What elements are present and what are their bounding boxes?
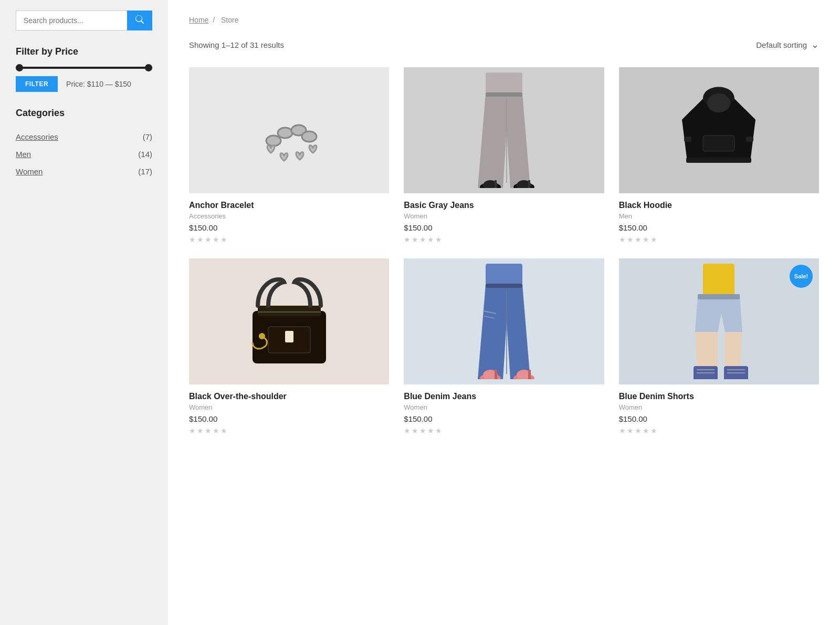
star-2: ★ [197, 426, 204, 435]
price-slider-wrapper [16, 67, 152, 69]
product-name-5: Blue Denim Jeans [404, 392, 604, 401]
star-4: ★ [213, 426, 219, 435]
star-3: ★ [419, 426, 426, 435]
price-slider[interactable] [16, 67, 152, 69]
chevron-down-icon[interactable]: ⌄ [811, 39, 819, 50]
star-3: ★ [205, 426, 212, 435]
breadcrumb-current: Store [221, 16, 238, 24]
price-range-text: Price: $110 — $150 [66, 80, 131, 88]
product-stars-1: ★ ★ ★ ★ ★ [189, 235, 389, 244]
star-4: ★ [643, 426, 649, 435]
product-stars-4: ★ ★ ★ ★ ★ [189, 426, 389, 435]
svg-point-3 [302, 131, 317, 142]
category-count-men: (14) [138, 150, 152, 159]
sort-dropdown-wrapper: Default sorting ⌄ [756, 37, 819, 53]
bag-illustration [242, 274, 337, 369]
main-content: Home / Store Showing 1–12 of 31 results … [168, 0, 840, 625]
svg-rect-25 [486, 284, 522, 288]
svg-rect-36 [698, 294, 740, 299]
breadcrumb-home[interactable]: Home [189, 16, 208, 24]
product-image-4[interactable] [189, 258, 389, 384]
product-name-2: Basic Gray Jeans [404, 201, 604, 210]
product-category-2: Women [404, 212, 604, 220]
product-card-1: Anchor Bracelet Accessories $150.00 ★ ★ … [189, 67, 389, 244]
price-slider-left-thumb[interactable] [16, 64, 23, 71]
jeans-gray-illustration [467, 72, 541, 188]
product-name-6: Blue Denim Shorts [619, 392, 819, 401]
product-image-2[interactable] [404, 67, 604, 193]
star-2: ★ [627, 426, 634, 435]
product-card-4: Black Over-the-shoulder Women $150.00 ★ … [189, 258, 389, 435]
product-card-6: Sale! [619, 258, 819, 435]
sidebar: Filter by Price FILTER Price: $110 — $15… [0, 0, 168, 625]
product-stars-2: ★ ★ ★ ★ ★ [404, 235, 604, 244]
star-5: ★ [435, 235, 442, 244]
product-image-5[interactable] [404, 258, 604, 384]
star-1: ★ [404, 426, 411, 435]
filter-by-price-title: Filter by Price [16, 46, 152, 57]
star-2: ★ [412, 235, 418, 244]
star-1: ★ [189, 235, 196, 244]
star-2: ★ [197, 235, 204, 244]
price-slider-right-thumb[interactable] [145, 64, 152, 71]
categories-section: Categories Accessories (7) Men (14) Wome… [16, 108, 152, 180]
star-1: ★ [404, 235, 411, 244]
star-5: ★ [220, 426, 227, 435]
search-button[interactable] [127, 11, 152, 30]
star-4: ★ [427, 235, 434, 244]
shorts-illustration [682, 264, 755, 379]
star-4: ★ [643, 235, 649, 244]
product-price-4: $150.00 [189, 414, 389, 423]
product-card-5: Blue Denim Jeans Women $150.00 ★ ★ ★ ★ ★ [404, 258, 604, 435]
star-3: ★ [635, 426, 642, 435]
svg-rect-35 [703, 264, 734, 295]
category-link-men[interactable]: Men [16, 150, 31, 159]
product-price-1: $150.00 [189, 223, 389, 232]
product-image-3[interactable] [619, 67, 819, 193]
product-price-3: $150.00 [619, 223, 819, 232]
sale-badge-6: Sale! [790, 265, 813, 288]
product-category-3: Men [619, 212, 819, 220]
star-1: ★ [619, 235, 626, 244]
hoodie-illustration [677, 78, 761, 183]
product-image-6[interactable]: Sale! [619, 258, 819, 384]
svg-rect-16 [746, 137, 753, 142]
star-2: ★ [412, 426, 418, 435]
star-2: ★ [627, 235, 634, 244]
category-link-women[interactable]: Women [16, 167, 43, 176]
svg-rect-22 [285, 331, 293, 342]
bracelet-illustration [247, 88, 331, 172]
category-item-accessories: Accessories (7) [16, 128, 152, 145]
svg-rect-12 [528, 180, 530, 188]
product-price-2: $150.00 [404, 223, 604, 232]
svg-rect-31 [495, 370, 497, 379]
product-name-4: Black Over-the-shoulder [189, 392, 389, 401]
star-5: ★ [650, 235, 657, 244]
filter-button[interactable]: FILTER [16, 76, 58, 92]
product-grid: Anchor Bracelet Accessories $150.00 ★ ★ … [189, 67, 819, 435]
product-image-1[interactable] [189, 67, 389, 193]
breadcrumb-separator: / [213, 16, 217, 24]
product-name-1: Anchor Bracelet [189, 201, 389, 210]
category-count-accessories: (7) [143, 132, 152, 141]
product-price-5: $150.00 [404, 414, 604, 423]
star-3: ★ [635, 235, 642, 244]
jeans-blue-illustration [467, 264, 541, 379]
product-card-3: Black Hoodie Men $150.00 ★ ★ ★ ★ ★ [619, 67, 819, 244]
svg-rect-24 [486, 264, 522, 285]
star-1: ★ [189, 426, 196, 435]
star-3: ★ [205, 235, 212, 244]
category-list: Accessories (7) Men (14) Women (17) [16, 128, 152, 180]
filter-row: FILTER Price: $110 — $150 [16, 76, 152, 92]
product-name-3: Black Hoodie [619, 201, 819, 210]
search-input[interactable] [16, 11, 127, 30]
svg-point-0 [266, 136, 281, 146]
product-category-4: Women [189, 403, 389, 411]
star-3: ★ [419, 235, 426, 244]
category-item-men: Men (14) [16, 145, 152, 163]
category-link-accessories[interactable]: Accessories [16, 132, 58, 141]
svg-point-1 [278, 128, 292, 138]
svg-rect-9 [495, 180, 497, 188]
svg-rect-17 [686, 158, 751, 163]
category-item-women: Women (17) [16, 163, 152, 180]
